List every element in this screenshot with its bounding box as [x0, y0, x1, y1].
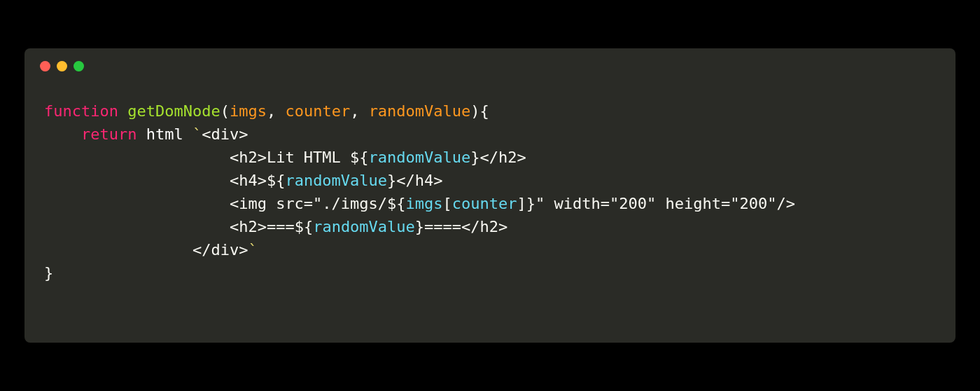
param-imgs: imgs	[230, 102, 267, 120]
tag-h4-close: </h4>	[396, 172, 442, 189]
interp-open: ${	[387, 195, 406, 212]
text-lit-html: Lit HTML	[267, 149, 350, 166]
function-name: getDomNode	[127, 102, 220, 120]
var-imgs: imgs	[406, 195, 443, 212]
text-equals: ===	[267, 218, 295, 235]
tag-h4-open: <h4>	[230, 172, 267, 189]
interp-open: ${	[267, 172, 286, 189]
indent	[44, 218, 230, 235]
bracket-close: ]	[517, 195, 526, 212]
paren-open: (	[220, 102, 230, 120]
tag-h2-close: </h2>	[480, 149, 526, 166]
identifier-html: html	[136, 125, 192, 143]
backtick-open: `	[192, 125, 202, 143]
tag-div-close: </div>	[192, 241, 248, 259]
comma: ,	[267, 102, 286, 120]
code-content: function getDomNode(imgs, counter, rando…	[24, 71, 955, 299]
indent	[44, 149, 230, 166]
param-counter: counter	[285, 102, 350, 120]
param-randomvalue: randomValue	[369, 102, 471, 120]
brace-open: {	[480, 102, 489, 120]
maximize-icon[interactable]	[74, 61, 84, 71]
tag-img-end: " width="200" height="200"/>	[536, 195, 795, 212]
interp-open: ${	[350, 149, 369, 166]
var-randomvalue: randomValue	[285, 172, 387, 189]
indent	[44, 172, 230, 189]
comma: ,	[350, 102, 369, 120]
tag-h2-open: <h2>	[230, 149, 267, 166]
paren-close: )	[470, 102, 479, 120]
indent	[44, 195, 230, 212]
brace-close: }	[44, 264, 53, 282]
minimize-icon[interactable]	[57, 61, 67, 71]
bracket-open: [	[443, 195, 452, 212]
indent	[44, 241, 192, 259]
var-randomvalue: randomValue	[313, 218, 415, 235]
interp-close: }	[415, 218, 424, 235]
backtick-close: `	[248, 241, 257, 259]
indent	[44, 125, 81, 143]
interp-close: }	[526, 195, 536, 212]
var-randomvalue: randomValue	[369, 149, 471, 166]
text-equals: ====	[424, 218, 461, 235]
tag-img-start: <img src="./imgs/	[230, 195, 387, 212]
window-titlebar	[24, 48, 955, 71]
interp-close: }	[387, 172, 396, 189]
keyword-function: function	[44, 102, 118, 120]
interp-close: }	[470, 149, 479, 166]
tag-h2-open: <h2>	[230, 218, 267, 235]
interp-open: ${	[295, 218, 314, 235]
tag-div-open: <div>	[202, 125, 248, 143]
tag-h2-close: </h2>	[461, 218, 507, 235]
code-editor-window: function getDomNode(imgs, counter, rando…	[24, 48, 955, 343]
var-counter: counter	[452, 195, 517, 212]
keyword-return: return	[81, 125, 136, 143]
close-icon[interactable]	[40, 61, 50, 71]
